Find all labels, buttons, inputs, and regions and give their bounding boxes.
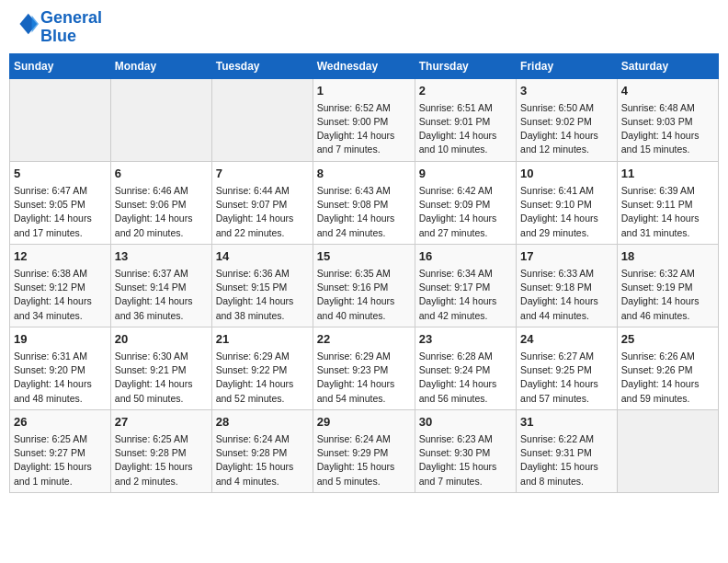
weekday-header: Monday xyxy=(110,53,211,78)
calendar-cell xyxy=(211,78,313,161)
calendar-cell: 12Sunrise: 6:38 AM Sunset: 9:12 PM Dayli… xyxy=(10,244,111,327)
calendar-cell: 13Sunrise: 6:37 AM Sunset: 9:14 PM Dayli… xyxy=(110,244,211,327)
day-number: 26 xyxy=(14,414,107,431)
day-info: Sunrise: 6:26 AM Sunset: 9:26 PM Dayligh… xyxy=(621,350,714,406)
day-info: Sunrise: 6:31 AM Sunset: 9:20 PM Dayligh… xyxy=(14,350,107,406)
day-info: Sunrise: 6:29 AM Sunset: 9:23 PM Dayligh… xyxy=(317,350,411,406)
day-number: 18 xyxy=(621,248,714,265)
calendar-cell: 15Sunrise: 6:35 AM Sunset: 9:16 PM Dayli… xyxy=(313,244,415,327)
day-number: 27 xyxy=(115,414,208,431)
calendar-cell: 17Sunrise: 6:33 AM Sunset: 9:18 PM Dayli… xyxy=(517,244,618,327)
day-info: Sunrise: 6:41 AM Sunset: 9:10 PM Dayligh… xyxy=(520,184,613,240)
calendar-cell: 21Sunrise: 6:29 AM Sunset: 9:22 PM Dayli… xyxy=(211,327,313,409)
day-number: 4 xyxy=(621,83,714,99)
day-info: Sunrise: 6:47 AM Sunset: 9:05 PM Dayligh… xyxy=(14,184,107,240)
calendar-body: 1Sunrise: 6:52 AM Sunset: 9:00 PM Daylig… xyxy=(10,78,719,492)
calendar-cell xyxy=(110,78,211,161)
calendar-cell: 7Sunrise: 6:44 AM Sunset: 9:07 PM Daylig… xyxy=(211,161,313,244)
day-info: Sunrise: 6:35 AM Sunset: 9:16 PM Dayligh… xyxy=(317,267,411,323)
day-info: Sunrise: 6:44 AM Sunset: 9:07 PM Dayligh… xyxy=(216,184,309,240)
day-info: Sunrise: 6:34 AM Sunset: 9:17 PM Dayligh… xyxy=(419,267,512,323)
day-number: 22 xyxy=(317,331,411,348)
day-number: 5 xyxy=(14,166,107,182)
calendar-cell: 22Sunrise: 6:29 AM Sunset: 9:23 PM Dayli… xyxy=(313,327,415,409)
day-number: 31 xyxy=(520,414,613,431)
day-number: 2 xyxy=(419,83,512,99)
weekday-header: Friday xyxy=(517,53,618,78)
calendar-cell: 23Sunrise: 6:28 AM Sunset: 9:24 PM Dayli… xyxy=(415,327,516,409)
calendar-cell xyxy=(617,409,718,492)
calendar-table: SundayMondayTuesdayWednesdayThursdayFrid… xyxy=(9,53,719,493)
calendar-cell: 29Sunrise: 6:24 AM Sunset: 9:29 PM Dayli… xyxy=(313,409,415,492)
day-info: Sunrise: 6:36 AM Sunset: 9:15 PM Dayligh… xyxy=(216,267,309,323)
calendar-cell: 28Sunrise: 6:24 AM Sunset: 9:28 PM Dayli… xyxy=(211,409,313,492)
day-number: 12 xyxy=(14,248,107,265)
day-number: 23 xyxy=(419,331,512,348)
weekday-header: Saturday xyxy=(617,53,718,78)
day-info: Sunrise: 6:37 AM Sunset: 9:14 PM Dayligh… xyxy=(115,267,208,323)
day-info: Sunrise: 6:24 AM Sunset: 9:28 PM Dayligh… xyxy=(216,432,309,488)
calendar-cell: 27Sunrise: 6:25 AM Sunset: 9:28 PM Dayli… xyxy=(110,409,211,492)
day-info: Sunrise: 6:46 AM Sunset: 9:06 PM Dayligh… xyxy=(115,184,208,240)
day-info: Sunrise: 6:51 AM Sunset: 9:01 PM Dayligh… xyxy=(419,101,512,157)
calendar-cell: 6Sunrise: 6:46 AM Sunset: 9:06 PM Daylig… xyxy=(110,161,211,244)
day-number: 17 xyxy=(520,248,613,265)
day-number: 10 xyxy=(520,166,613,182)
calendar-header: SundayMondayTuesdayWednesdayThursdayFrid… xyxy=(10,53,719,78)
logo: GeneralBlue xyxy=(13,9,102,46)
calendar-cell: 4Sunrise: 6:48 AM Sunset: 9:03 PM Daylig… xyxy=(617,78,718,161)
day-info: Sunrise: 6:25 AM Sunset: 9:28 PM Dayligh… xyxy=(115,432,208,488)
day-info: Sunrise: 6:24 AM Sunset: 9:29 PM Dayligh… xyxy=(317,432,411,488)
day-info: Sunrise: 6:48 AM Sunset: 9:03 PM Dayligh… xyxy=(621,101,714,157)
day-info: Sunrise: 6:25 AM Sunset: 9:27 PM Dayligh… xyxy=(14,432,107,488)
calendar-cell: 9Sunrise: 6:42 AM Sunset: 9:09 PM Daylig… xyxy=(415,161,516,244)
calendar-cell: 16Sunrise: 6:34 AM Sunset: 9:17 PM Dayli… xyxy=(415,244,516,327)
day-info: Sunrise: 6:30 AM Sunset: 9:21 PM Dayligh… xyxy=(115,350,208,406)
calendar-cell: 19Sunrise: 6:31 AM Sunset: 9:20 PM Dayli… xyxy=(10,327,111,409)
day-number: 16 xyxy=(419,248,512,265)
day-number: 11 xyxy=(621,166,714,182)
day-info: Sunrise: 6:29 AM Sunset: 9:22 PM Dayligh… xyxy=(216,350,309,406)
day-number: 13 xyxy=(115,248,208,265)
calendar-cell: 11Sunrise: 6:39 AM Sunset: 9:11 PM Dayli… xyxy=(617,161,718,244)
day-number: 9 xyxy=(419,166,512,182)
day-number: 8 xyxy=(317,166,411,182)
day-info: Sunrise: 6:27 AM Sunset: 9:25 PM Dayligh… xyxy=(520,350,613,406)
day-number: 28 xyxy=(216,414,309,431)
day-info: Sunrise: 6:22 AM Sunset: 9:31 PM Dayligh… xyxy=(520,432,613,488)
day-number: 7 xyxy=(216,166,309,182)
svg-marker-1 xyxy=(32,16,39,33)
day-info: Sunrise: 6:43 AM Sunset: 9:08 PM Dayligh… xyxy=(317,184,411,240)
calendar-cell: 18Sunrise: 6:32 AM Sunset: 9:19 PM Dayli… xyxy=(617,244,718,327)
page-header: GeneralBlue xyxy=(9,9,719,46)
day-info: Sunrise: 6:33 AM Sunset: 9:18 PM Dayligh… xyxy=(520,267,613,323)
day-info: Sunrise: 6:38 AM Sunset: 9:12 PM Dayligh… xyxy=(14,267,107,323)
day-info: Sunrise: 6:39 AM Sunset: 9:11 PM Dayligh… xyxy=(621,184,714,240)
calendar-cell: 14Sunrise: 6:36 AM Sunset: 9:15 PM Dayli… xyxy=(211,244,313,327)
calendar-cell xyxy=(10,78,111,161)
day-number: 15 xyxy=(317,248,411,265)
calendar-cell: 8Sunrise: 6:43 AM Sunset: 9:08 PM Daylig… xyxy=(313,161,415,244)
day-info: Sunrise: 6:52 AM Sunset: 9:00 PM Dayligh… xyxy=(317,101,411,157)
day-info: Sunrise: 6:23 AM Sunset: 9:30 PM Dayligh… xyxy=(419,432,512,488)
day-number: 25 xyxy=(621,331,714,348)
weekday-header: Sunday xyxy=(10,53,111,78)
day-number: 24 xyxy=(520,331,613,348)
calendar-cell: 2Sunrise: 6:51 AM Sunset: 9:01 PM Daylig… xyxy=(415,78,516,161)
calendar-cell: 3Sunrise: 6:50 AM Sunset: 9:02 PM Daylig… xyxy=(517,78,618,161)
weekday-header: Wednesday xyxy=(313,53,415,78)
day-number: 3 xyxy=(520,83,613,99)
calendar-cell: 5Sunrise: 6:47 AM Sunset: 9:05 PM Daylig… xyxy=(10,161,111,244)
calendar-cell: 26Sunrise: 6:25 AM Sunset: 9:27 PM Dayli… xyxy=(10,409,111,492)
day-number: 1 xyxy=(317,83,411,99)
calendar-cell: 1Sunrise: 6:52 AM Sunset: 9:00 PM Daylig… xyxy=(313,78,415,161)
day-info: Sunrise: 6:28 AM Sunset: 9:24 PM Dayligh… xyxy=(419,350,512,406)
calendar-cell: 25Sunrise: 6:26 AM Sunset: 9:26 PM Dayli… xyxy=(617,327,718,409)
calendar-cell: 24Sunrise: 6:27 AM Sunset: 9:25 PM Dayli… xyxy=(517,327,618,409)
day-number: 14 xyxy=(216,248,309,265)
logo-icon xyxy=(13,12,39,38)
day-info: Sunrise: 6:42 AM Sunset: 9:09 PM Dayligh… xyxy=(419,184,512,240)
day-number: 21 xyxy=(216,331,309,348)
calendar-cell: 31Sunrise: 6:22 AM Sunset: 9:31 PM Dayli… xyxy=(517,409,618,492)
day-info: Sunrise: 6:32 AM Sunset: 9:19 PM Dayligh… xyxy=(621,267,714,323)
